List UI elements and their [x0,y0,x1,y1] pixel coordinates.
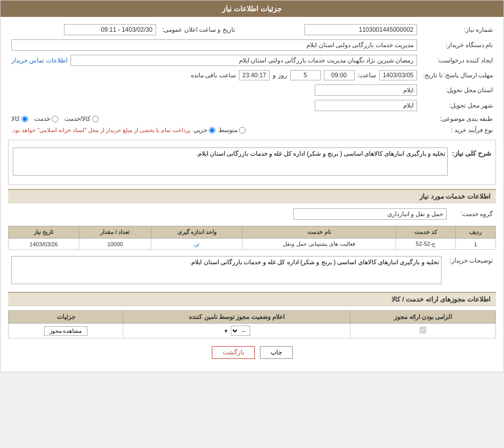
groupeKhedmat-label: گروه خدمت: [450,206,496,222]
mohlatErsal-label: مهلت ارسال پاسخ: تا تاریخ: [420,68,496,82]
back-button[interactable]: بازگشت [212,346,255,359]
shahrTahvil-value: ایلام [315,100,417,111]
cell-elzami [350,324,496,338]
tarikhe-aaghlan-value: 1403/02/30 - 09:11 [64,24,156,35]
table-row: 1 ج-52-52 فعالیت های پشتیبانی حمل ونقل ت… [9,239,496,250]
page-title: جزئیات اطلاعات نیاز [222,5,282,13]
page-container: جزئیات اطلاعات نیاز شماره نیاز: 11030014… [0,0,504,372]
radio-kalaKhedmat-input[interactable] [92,116,99,122]
col-vahedAndaze: واحد اندازه گیری [151,226,243,239]
kalaKhedmat-label: کالا/خدمت [64,115,91,122]
col-tedad: تعداد / مقدار [79,226,151,239]
kala-label: کالا [11,115,20,122]
col-tarikh: تاریخ نیاز [9,226,79,239]
noeFarayand-label: نوع فرآیند خرید : [420,124,496,136]
motovaset-label: متوسط [218,126,237,134]
cell-tedad: 10000 [79,239,151,250]
info-table: شماره نیاز: 1103001445000002 تاریخ و ساع… [8,22,496,136]
etelaatTamas-link[interactable]: اطلاعات تماس خریدار [11,57,68,64]
radio-jozvi[interactable]: جزیی [193,126,215,134]
namDastgah-label: نام دستگاه خریدار: [420,37,496,53]
col-joziat: جزئیات [9,311,123,324]
saat-value: 09:00 [324,70,355,80]
elzami-checkbox [420,327,426,333]
groupeKhedmat-value: حمل و نقل و انبارداری [293,208,447,220]
baghimande-value: 23:40:17 [239,70,270,80]
col-kodKhedmat: کد خدمت [396,226,456,239]
khedmat-label: خدمت [34,115,50,122]
ostanTahvil-label: استان محل تحویل: [420,82,496,98]
ijadKonande-label: ایجاد کننده درخواست: [420,53,496,68]
bottom-buttons: چاپ بازگشت [8,346,496,359]
ealam-select[interactable]: -- [231,326,250,336]
cell-vahedAndaze[interactable]: تن [151,239,243,250]
radio-kalaKhedmat[interactable]: کالا/خدمت [64,115,99,122]
cell-radif: 1 [455,239,495,250]
page-header: جزئیات اطلاعات نیاز [1,1,503,17]
col-namKhedmat: نام خدمت [243,226,396,239]
radio-jozvi-input[interactable] [209,127,215,134]
khadamat-section-title: اطلاعات خدمات مورد نیاز [8,189,496,203]
radio-khedmat-input[interactable] [52,116,58,122]
mojozat-section-title: اطلاعات مجوزهای ارائه خدمت / کالا [8,292,496,306]
radio-kala[interactable]: کالا [11,115,28,122]
cell-ealam: -- ▼ [123,324,350,338]
mojozat-table: الزامی بودن ارائه مجوز اعلام وضعیت مجوز … [8,310,496,338]
radio-khedmat[interactable]: خدمت [34,115,58,122]
print-button[interactable]: چاپ [260,346,293,359]
saat-label: ساعت: [358,72,376,79]
radio-motovaset-input[interactable] [239,127,246,134]
ijadKonande-value: رمضان شیرین نژاد نگهبان مدیریت خدمات باز… [71,55,417,66]
cell-joziat: مشاهده مجوز [9,324,123,338]
cell-kodKhedmat: ج-52-52 [396,239,456,250]
shomareNiaz-label: شماره نیاز: [420,22,496,37]
col-radif: ردیف [455,226,495,239]
roz-label: روز و [273,72,287,79]
dropdown-icon: ▼ [224,328,229,334]
col-elzami: الزامی بودن ارائه مجوز [350,311,496,324]
baghimande-label: ساعت باقی مانده [191,72,236,79]
cell-namKhedmat: فعالیت های پشتیبانی حمل ونقل [243,239,396,250]
sharhKoli-textarea[interactable]: تخلیه و بارگیری انبارهای کالاهای اساسی (… [13,147,448,176]
payment-note: پرداخت تمام یا بخشی از مبلغ خریدار از مح… [11,127,190,134]
namDastgah-value: مدیریت خدمات بازرگانی دولتی استان ایلام [11,39,417,51]
tarikhe-aaghlan-label: تاریخ و ساعت اعلان عمومی: [159,22,238,37]
shomareNiaz-value: 1103001445000002 [304,24,417,35]
toozihat-label: توضیحات خریدار: [445,254,496,288]
radio-motovaset[interactable]: متوسط [218,126,246,134]
toozihat-table: توضیحات خریدار: تخلیه و بارگیری انبارهای… [8,254,496,288]
ostanTahvil-value: ایلام [315,84,417,96]
col-ealam: اعلام وضعیت مجوز توسط نامین کننده [123,311,350,324]
view-mojoz-button[interactable]: مشاهده مجوز [44,326,88,336]
jozvi-label: جزیی [193,126,207,134]
toozihat-textarea[interactable]: تخلیه و بارگیری انبارهای کالاهای اساسی (… [11,256,442,284]
radio-kala-input[interactable] [21,116,28,122]
tarikh-value: 1403/03/05 [379,70,417,80]
groupeKhedmat-table: گروه خدمت: حمل و نقل و انبارداری [8,206,496,222]
tabaghe-label: طبقه بندی موضوعی: [420,113,496,124]
sharhKoli-label: شرح کلی نیاز: [452,147,491,157]
shahrTahvil-label: شهر محل تحویل: [420,98,496,113]
cell-tarikh: 1403/03/26 [9,239,79,250]
roz-value: 5 [290,70,321,80]
khadamat-table: ردیف کد خدمت نام خدمت واحد اندازه گیری ت… [8,226,496,250]
mojoz-row: -- ▼ مشاهده مجوز [9,324,496,338]
sharhKoli-section: شرح کلی نیاز: تخلیه و بارگیری انبارهای ک… [8,140,496,185]
